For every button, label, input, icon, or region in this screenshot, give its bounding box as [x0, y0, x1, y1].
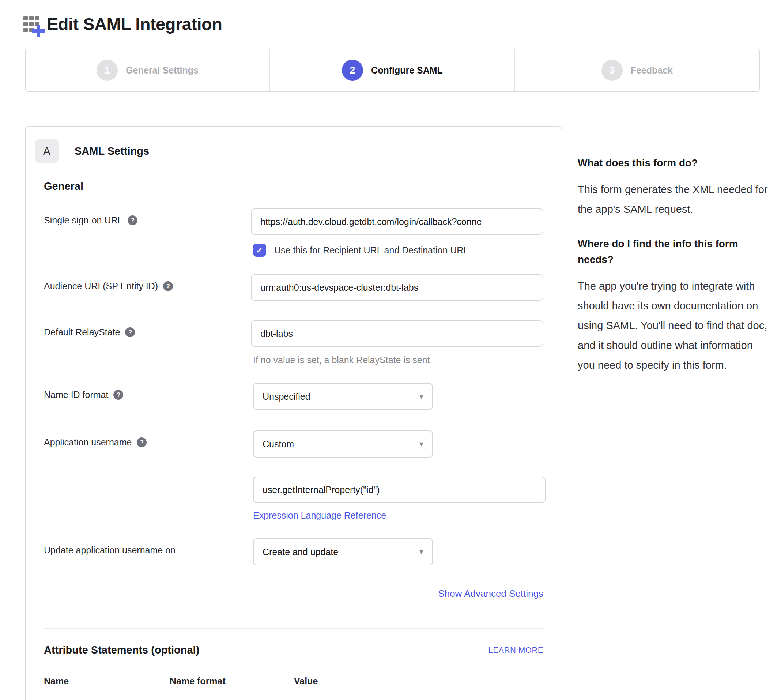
plus-icon — [32, 25, 45, 37]
chevron-down-icon: ▾ — [420, 439, 423, 449]
help-sidebar: What does this form do? This form genera… — [578, 155, 769, 375]
step-number-badge: 3 — [601, 60, 623, 81]
step-number-badge: 1 — [97, 60, 118, 81]
section-divider — [44, 628, 543, 629]
step-feedback[interactable]: 3 Feedback — [515, 49, 759, 91]
attribute-table-header: Name Name format Value — [44, 676, 543, 687]
help-icon[interactable]: ? — [163, 281, 173, 291]
saml-app-icon — [23, 12, 43, 35]
step-number-badge: 2 — [342, 60, 363, 81]
app-username-label: Application username — [44, 437, 132, 448]
update-username-on-label: Update application username on — [44, 545, 175, 555]
section-title: SAML Settings — [75, 145, 149, 157]
step-label: Configure SAML — [371, 65, 443, 76]
recipient-url-checkbox-label: Use this for Recipient URL and Destinati… — [274, 245, 468, 256]
learn-more-link[interactable]: LEARN MORE — [488, 645, 543, 655]
attribute-statements-heading: Attribute Statements (optional) — [44, 644, 199, 656]
audience-uri-input[interactable] — [251, 274, 543, 301]
expression-language-reference-link[interactable]: Expression Language Reference — [253, 510, 386, 520]
help-icon[interactable]: ? — [137, 437, 147, 447]
name-id-format-label: Name ID format — [44, 390, 108, 400]
name-id-format-select[interactable]: Unspecified ▾ — [253, 383, 433, 410]
selected-value: Custom — [263, 439, 294, 450]
page-header: Edit SAML Integration — [23, 12, 222, 35]
column-header-name: Name — [44, 676, 170, 687]
relaystate-hint: If no value is set, a blank RelayState i… — [253, 355, 543, 365]
help-icon[interactable]: ? — [128, 215, 138, 225]
audience-uri-label: Audience URI (SP Entity ID) — [44, 281, 158, 292]
help-icon[interactable]: ? — [113, 390, 123, 400]
saml-settings-panel: A SAML Settings General Single sign-on U… — [25, 126, 562, 700]
sso-url-input[interactable] — [251, 208, 543, 235]
selected-value: Create and update — [263, 547, 338, 557]
section-badge: A — [35, 139, 58, 163]
sidebar-answer-2: The app you're trying to integrate with … — [578, 276, 769, 375]
chevron-down-icon: ▾ — [420, 547, 423, 557]
step-wizard: 1 General Settings 2 Configure SAML 3 Fe… — [25, 48, 760, 92]
sidebar-answer-1: This form generates the XML needed for t… — [578, 180, 769, 219]
column-header-name-format: Name format — [170, 676, 294, 687]
recipient-url-checkbox[interactable]: ✓ — [253, 243, 266, 257]
step-configure-saml[interactable]: 2 Configure SAML — [270, 49, 514, 91]
show-advanced-settings-link[interactable]: Show Advanced Settings — [438, 588, 543, 599]
relaystate-input[interactable] — [251, 320, 543, 347]
relaystate-label: Default RelayState — [44, 327, 120, 338]
update-username-on-select[interactable]: Create and update ▾ — [253, 538, 433, 565]
custom-expression-input[interactable] — [253, 477, 546, 503]
step-label: General Settings — [126, 65, 198, 76]
step-label: Feedback — [631, 65, 673, 76]
sso-url-label: Single sign-on URL — [44, 215, 123, 226]
chevron-down-icon: ▾ — [420, 392, 423, 401]
sidebar-question-1: What does this form do? — [578, 155, 769, 171]
general-heading: General — [44, 180, 543, 192]
app-username-select[interactable]: Custom ▾ — [253, 430, 433, 458]
help-icon[interactable]: ? — [125, 327, 135, 337]
column-header-value: Value — [294, 676, 318, 687]
selected-value: Unspecified — [263, 391, 310, 402]
step-general-settings[interactable]: 1 General Settings — [26, 49, 270, 91]
page-title: Edit SAML Integration — [47, 14, 222, 34]
sidebar-question-2: Where do I find the info this form needs… — [578, 236, 769, 267]
